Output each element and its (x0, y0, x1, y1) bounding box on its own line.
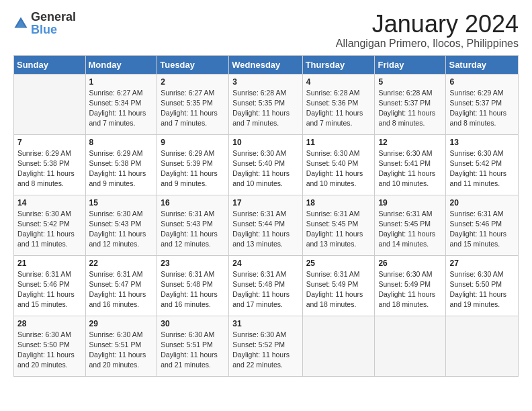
cell-info: Sunrise: 6:30 AM Sunset: 5:42 PM Dayligh… (17, 209, 82, 250)
cell-info: Sunrise: 6:30 AM Sunset: 5:51 PM Dayligh… (89, 330, 154, 371)
cell-info: Sunrise: 6:29 AM Sunset: 5:38 PM Dayligh… (17, 148, 82, 189)
cell-info: Sunrise: 6:29 AM Sunset: 5:39 PM Dayligh… (161, 148, 225, 189)
day-number: 8 (89, 138, 154, 147)
calendar-cell: 10Sunrise: 6:30 AM Sunset: 5:40 PM Dayli… (229, 134, 302, 195)
day-number: 24 (232, 259, 298, 268)
calendar-cell: 17Sunrise: 6:31 AM Sunset: 5:44 PM Dayli… (229, 195, 302, 255)
cell-info: Sunrise: 6:28 AM Sunset: 5:37 PM Dayligh… (378, 88, 442, 129)
cell-info: Sunrise: 6:29 AM Sunset: 5:37 PM Dayligh… (449, 88, 515, 129)
cell-info: Sunrise: 6:30 AM Sunset: 5:40 PM Dayligh… (306, 148, 371, 189)
day-number: 21 (17, 259, 82, 268)
calendar-cell: 12Sunrise: 6:30 AM Sunset: 5:41 PM Dayli… (375, 134, 446, 195)
header-thursday: Thursday (302, 55, 375, 74)
header-tuesday: Tuesday (157, 55, 229, 74)
cell-info: Sunrise: 6:28 AM Sunset: 5:36 PM Dayligh… (306, 88, 371, 129)
day-number: 4 (306, 77, 371, 87)
day-number: 30 (161, 319, 225, 328)
day-number: 9 (161, 138, 225, 147)
day-number: 15 (89, 198, 154, 208)
calendar-cell: 28Sunrise: 6:30 AM Sunset: 5:50 PM Dayli… (14, 316, 86, 376)
header-monday: Monday (85, 55, 157, 74)
day-number: 19 (378, 198, 442, 208)
cell-info: Sunrise: 6:31 AM Sunset: 5:48 PM Dayligh… (232, 269, 298, 310)
day-number: 17 (232, 198, 298, 208)
cell-info: Sunrise: 6:30 AM Sunset: 5:43 PM Dayligh… (89, 209, 154, 250)
calendar-header: SundayMondayTuesdayWednesdayThursdayFrid… (14, 55, 519, 74)
calendar-cell: 22Sunrise: 6:31 AM Sunset: 5:47 PM Dayli… (85, 255, 157, 316)
logo-general: General (31, 10, 76, 24)
cell-info: Sunrise: 6:31 AM Sunset: 5:46 PM Dayligh… (449, 209, 515, 250)
calendar-cell: 16Sunrise: 6:31 AM Sunset: 5:43 PM Dayli… (157, 195, 229, 255)
calendar-cell: 26Sunrise: 6:30 AM Sunset: 5:49 PM Dayli… (375, 255, 446, 316)
day-number: 12 (378, 138, 442, 147)
day-number: 27 (449, 259, 515, 268)
calendar-cell: 15Sunrise: 6:30 AM Sunset: 5:43 PM Dayli… (85, 195, 157, 255)
calendar-cell: 6Sunrise: 6:29 AM Sunset: 5:37 PM Daylig… (446, 74, 519, 134)
calendar-cell: 31Sunrise: 6:30 AM Sunset: 5:52 PM Dayli… (229, 316, 302, 376)
day-number: 14 (17, 198, 82, 208)
header-wednesday: Wednesday (229, 55, 302, 74)
calendar-cell: 29Sunrise: 6:30 AM Sunset: 5:51 PM Dayli… (85, 316, 157, 376)
title-block: January 2024 Allangigan Primero, Ilocos,… (336, 11, 519, 50)
day-number: 16 (161, 198, 225, 208)
calendar-cell: 30Sunrise: 6:30 AM Sunset: 5:51 PM Dayli… (157, 316, 229, 376)
calendar-week-4: 21Sunrise: 6:31 AM Sunset: 5:46 PM Dayli… (14, 255, 519, 316)
page-header: General Blue January 2024 Allangigan Pri… (13, 11, 519, 50)
day-number: 28 (17, 319, 82, 328)
cell-info: Sunrise: 6:31 AM Sunset: 5:46 PM Dayligh… (17, 269, 82, 310)
cell-info: Sunrise: 6:28 AM Sunset: 5:35 PM Dayligh… (232, 88, 298, 129)
day-number: 2 (161, 77, 225, 87)
header-sunday: Sunday (14, 55, 86, 74)
calendar-cell (446, 316, 519, 376)
day-number: 5 (378, 77, 442, 87)
cell-info: Sunrise: 6:31 AM Sunset: 5:45 PM Dayligh… (378, 209, 442, 250)
day-number: 3 (232, 77, 298, 87)
calendar-cell: 5Sunrise: 6:28 AM Sunset: 5:37 PM Daylig… (375, 74, 446, 134)
calendar-cell (14, 74, 86, 134)
calendar-cell: 8Sunrise: 6:29 AM Sunset: 5:38 PM Daylig… (85, 134, 157, 195)
calendar-title: January 2024 (336, 11, 519, 38)
cell-info: Sunrise: 6:31 AM Sunset: 5:44 PM Dayligh… (232, 209, 298, 250)
calendar-cell: 19Sunrise: 6:31 AM Sunset: 5:45 PM Dayli… (375, 195, 446, 255)
day-number: 20 (449, 198, 515, 208)
day-number: 22 (89, 259, 154, 268)
calendar-week-2: 7Sunrise: 6:29 AM Sunset: 5:38 PM Daylig… (14, 134, 519, 195)
cell-info: Sunrise: 6:30 AM Sunset: 5:50 PM Dayligh… (449, 269, 515, 310)
calendar-cell: 14Sunrise: 6:30 AM Sunset: 5:42 PM Dayli… (14, 195, 86, 255)
calendar-cell: 1Sunrise: 6:27 AM Sunset: 5:34 PM Daylig… (85, 74, 157, 134)
cell-info: Sunrise: 6:30 AM Sunset: 5:42 PM Dayligh… (449, 148, 515, 189)
cell-info: Sunrise: 6:27 AM Sunset: 5:35 PM Dayligh… (161, 88, 225, 129)
logo-icon (13, 16, 28, 31)
cell-info: Sunrise: 6:31 AM Sunset: 5:43 PM Dayligh… (161, 209, 225, 250)
calendar-cell: 25Sunrise: 6:31 AM Sunset: 5:49 PM Dayli… (302, 255, 375, 316)
calendar-cell: 4Sunrise: 6:28 AM Sunset: 5:36 PM Daylig… (302, 74, 375, 134)
calendar-cell: 27Sunrise: 6:30 AM Sunset: 5:50 PM Dayli… (446, 255, 519, 316)
calendar-subtitle: Allangigan Primero, Ilocos, Philippines (336, 38, 519, 50)
day-number: 29 (89, 319, 154, 328)
cell-info: Sunrise: 6:30 AM Sunset: 5:40 PM Dayligh… (232, 148, 298, 189)
cell-info: Sunrise: 6:31 AM Sunset: 5:48 PM Dayligh… (161, 269, 225, 310)
calendar-cell: 7Sunrise: 6:29 AM Sunset: 5:38 PM Daylig… (14, 134, 86, 195)
logo: General Blue (13, 11, 76, 36)
day-number: 10 (232, 138, 298, 147)
day-number: 31 (232, 319, 298, 328)
day-number: 26 (378, 259, 442, 268)
header-friday: Friday (375, 55, 446, 74)
calendar-cell: 18Sunrise: 6:31 AM Sunset: 5:45 PM Dayli… (302, 195, 375, 255)
calendar-cell: 11Sunrise: 6:30 AM Sunset: 5:40 PM Dayli… (302, 134, 375, 195)
header-saturday: Saturday (446, 55, 519, 74)
calendar-cell: 3Sunrise: 6:28 AM Sunset: 5:35 PM Daylig… (229, 74, 302, 134)
calendar-cell: 23Sunrise: 6:31 AM Sunset: 5:48 PM Dayli… (157, 255, 229, 316)
calendar-cell: 2Sunrise: 6:27 AM Sunset: 5:35 PM Daylig… (157, 74, 229, 134)
day-number: 23 (161, 259, 225, 268)
day-number: 6 (449, 77, 515, 87)
cell-info: Sunrise: 6:31 AM Sunset: 5:47 PM Dayligh… (89, 269, 154, 310)
day-number: 13 (449, 138, 515, 147)
day-number: 7 (17, 138, 82, 147)
calendar-cell (302, 316, 375, 376)
cell-info: Sunrise: 6:31 AM Sunset: 5:49 PM Dayligh… (306, 269, 371, 310)
logo-blue: Blue (31, 23, 57, 36)
calendar-table: SundayMondayTuesdayWednesdayThursdayFrid… (13, 55, 519, 377)
day-number: 11 (306, 138, 371, 147)
calendar-body: 1Sunrise: 6:27 AM Sunset: 5:34 PM Daylig… (14, 74, 519, 376)
